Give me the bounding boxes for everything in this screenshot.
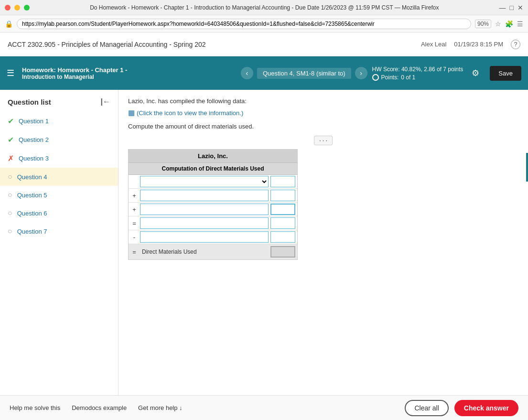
points-icon	[372, 74, 379, 81]
content-area: Lazio, Inc. has compiled the following d…	[119, 90, 528, 395]
nav-center: ‹ Question 4, SM1-8 (similar to) ›	[241, 67, 367, 79]
bottom-bar: Help me solve this Demodocs example Get …	[0, 395, 528, 420]
zoom-level[interactable]: 90%	[475, 20, 491, 28]
table-row	[129, 175, 297, 189]
check-answer-button[interactable]: Check answer	[454, 400, 518, 416]
points: Points: 0 of 1	[372, 74, 463, 81]
sidebar-item-question1[interactable]: ✔ Question 1	[0, 112, 118, 130]
table-data-icon: ▦	[128, 108, 135, 117]
sidebar: Question list |← ✔ Question 1 ✔ Question…	[0, 90, 119, 395]
cross-icon: ✗	[8, 154, 14, 163]
course-title: ACCT 2302.905 - Principles of Managerial…	[8, 41, 206, 48]
nav-right: HW Score: 40.82%, 2.86 of 7 points Point…	[372, 66, 463, 81]
sidebar-item-question4[interactable]: ○ Question 4	[0, 168, 118, 186]
nav-bar: ☰ Homework: Homework - Chapter 1 - Intro…	[0, 56, 528, 90]
question5-label: Question 5	[17, 192, 47, 199]
table-row: =	[129, 216, 297, 230]
row-op-4: =	[130, 220, 138, 227]
final-row: = Direct Materials Used	[129, 244, 297, 259]
circle-icon: ○	[8, 227, 12, 236]
sidebar-item-question5[interactable]: ○ Question 5	[0, 186, 118, 204]
datetime: 01/19/23 8:15 PM	[454, 41, 503, 48]
sidebar-item-question3[interactable]: ✗ Question 3	[0, 149, 118, 168]
window-controls[interactable]: — □ ✕	[499, 4, 523, 11]
demodocs-link[interactable]: Demodocs example	[72, 404, 127, 411]
url-input[interactable]	[17, 19, 471, 29]
row-select-1[interactable]	[140, 176, 269, 187]
sidebar-item-question6[interactable]: ○ Question 6	[0, 204, 118, 222]
minimize-win-btn[interactable]: —	[499, 4, 506, 11]
answer-table: Lazio, Inc. Computation of Direct Materi…	[128, 149, 298, 260]
prev-question-btn[interactable]: ‹	[241, 67, 253, 79]
circle-icon: ○	[8, 191, 12, 199]
row-amount-3[interactable]	[270, 204, 295, 215]
minimize-btn[interactable]	[14, 5, 20, 11]
next-question-btn[interactable]: ›	[355, 67, 367, 79]
row-input-3[interactable]	[140, 204, 269, 215]
circle-icon: ○	[8, 209, 12, 217]
table-row: -	[129, 230, 297, 244]
row-op-2: +	[130, 192, 138, 199]
divider-row: · · ·	[128, 136, 518, 145]
hw-score: HW Score: 40.82%, 2.86 of 7 points	[372, 66, 463, 73]
sidebar-header: Question list |←	[0, 97, 118, 112]
address-bar: 🔒 90% ☆ 🧩 ☰	[0, 15, 528, 32]
question4-label: Question 4	[17, 173, 47, 181]
homework-info: Homework: Homework - Chapter 1 - Introdu…	[22, 66, 236, 80]
row-input-5[interactable]	[140, 231, 269, 243]
table-row: +	[129, 189, 297, 203]
question1-label: Question 1	[19, 118, 49, 125]
lock-icon: 🔒	[5, 20, 13, 28]
row-input-4[interactable]	[140, 217, 269, 229]
bookmark-icon[interactable]: ☆	[495, 20, 501, 28]
hamburger-icon[interactable]: ☰	[7, 68, 14, 78]
homework-title: Homework - Chapter 1 -	[57, 66, 127, 74]
circle-icon: ○	[8, 172, 12, 181]
info-link[interactable]: (Click the icon to view the information.…	[137, 109, 243, 117]
row-amount-4[interactable]	[270, 217, 295, 229]
gear-icon[interactable]: ⚙	[472, 68, 479, 78]
question2-label: Question 2	[19, 136, 49, 143]
row-amount-2[interactable]	[270, 190, 295, 201]
question-list-title: Question list	[8, 98, 51, 106]
menu-icon[interactable]: ☰	[517, 20, 523, 28]
question3-label: Question 3	[19, 155, 49, 162]
bottom-actions: Clear all Check answer	[405, 400, 518, 416]
close-btn[interactable]	[5, 5, 11, 11]
question6-label: Question 6	[17, 210, 47, 217]
final-amount[interactable]	[270, 246, 295, 258]
username: Alex Leal	[421, 41, 446, 48]
table-title: Computation of Direct Materials Used	[129, 163, 297, 175]
question-label: Question 4, SM1-8 (similar to)	[257, 68, 351, 79]
more-help-link[interactable]: Get more help ↓	[138, 404, 183, 411]
help-solve-link[interactable]: Help me solve this	[10, 404, 60, 411]
sidebar-item-question2[interactable]: ✔ Question 2	[0, 130, 118, 149]
maximize-btn[interactable]	[24, 5, 30, 11]
homework-label: Homework:	[22, 66, 56, 74]
main-layout: Question list |← ✔ Question 1 ✔ Question…	[0, 90, 528, 395]
bottom-links: Help me solve this Demodocs example Get …	[10, 404, 183, 411]
help-icon[interactable]: ?	[511, 40, 520, 49]
top-header: ACCT 2302.905 - Principles of Managerial…	[0, 32, 528, 56]
browser-traffic-lights[interactable]	[5, 5, 30, 11]
row-amount-5[interactable]	[270, 231, 295, 243]
sidebar-item-question7[interactable]: ○ Question 7	[0, 222, 118, 240]
check-icon: ✔	[8, 117, 14, 126]
browser-title: Do Homework - Homework - Chapter 1 - Int…	[30, 4, 499, 11]
dots-button[interactable]: · · ·	[314, 136, 333, 145]
clear-all-button[interactable]: Clear all	[405, 400, 448, 416]
restore-win-btn[interactable]: □	[510, 4, 514, 11]
question7-label: Question 7	[17, 228, 47, 235]
table-company-name: Lazio, Inc.	[129, 150, 297, 163]
browser-titlebar: Do Homework - Homework - Chapter 1 - Int…	[0, 0, 528, 15]
save-button[interactable]: Save	[490, 66, 521, 81]
final-label: Direct Materials Used	[140, 248, 269, 255]
intro-text: Lazio, Inc. has compiled the following d…	[128, 97, 518, 105]
extensions-icon[interactable]: 🧩	[505, 20, 513, 28]
row-op-5: -	[130, 234, 138, 241]
row-input-2[interactable]	[140, 190, 269, 201]
row-amount-1[interactable]	[270, 176, 295, 187]
header-right: Alex Leal 01/19/23 8:15 PM ?	[421, 40, 520, 49]
close-win-btn[interactable]: ✕	[517, 4, 523, 11]
collapse-icon[interactable]: |←	[101, 97, 110, 106]
